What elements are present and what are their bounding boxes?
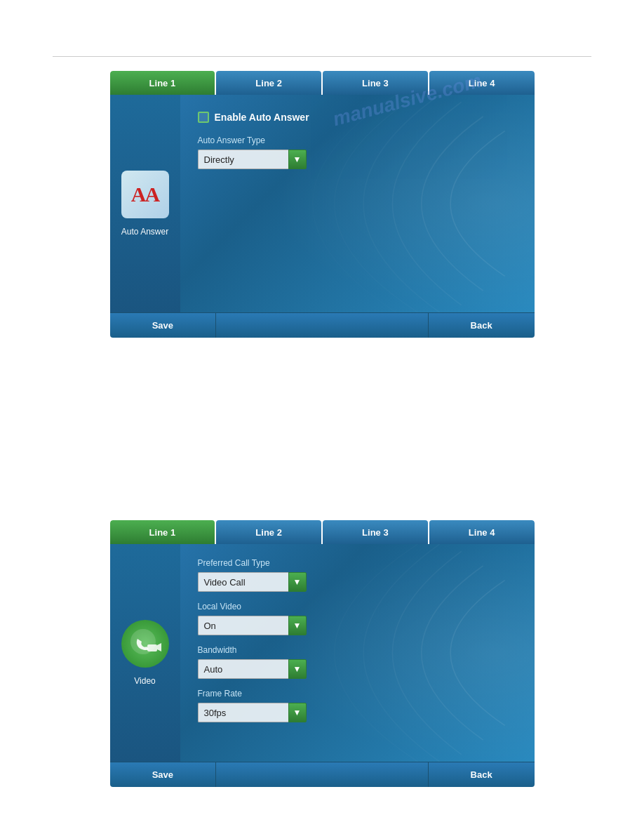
bandwidth-label: Bandwidth [198,645,517,655]
chevron-down-icon-3: ▼ [293,621,302,630]
preferred-call-type-arrow-btn[interactable]: ▼ [288,572,307,592]
preferred-call-type-value[interactable]: Video Call [198,572,288,592]
tab-line2-panel1[interactable]: Line 2 [216,71,321,95]
preferred-call-type-dropdown: Video Call ▼ [198,572,307,592]
sidebar-auto-answer: AA Auto Answer [110,95,180,312]
frame-rate-arrow-btn[interactable]: ▼ [288,703,307,722]
auto-answer-type-label: Auto Answer Type [198,135,517,145]
save-button-1[interactable]: Save [110,313,217,338]
auto-answer-type-value[interactable]: Directly [198,150,288,169]
local-video-dropdown: On ▼ [198,616,307,635]
panel-auto-answer: Line 1 Line 2 Line 3 Line 4 AA Auto Answ… [110,71,535,338]
panel-body-1: AA Auto Answer Enable Auto Answer Auto A… [110,95,535,312]
auto-answer-icon-box: AA [121,171,169,218]
tab-line3-panel2[interactable]: Line 3 [323,520,428,544]
auto-answer-type-arrow-btn[interactable]: ▼ [288,150,307,169]
svg-rect-1 [147,644,157,651]
local-video-arrow-btn[interactable]: ▼ [288,616,307,635]
local-video-group: Local Video On ▼ [198,602,517,635]
chevron-down-icon-2: ▼ [293,577,302,587]
frame-rate-group: Frame Rate 30fps ▼ [198,689,517,722]
aa-icon: AA [131,183,159,206]
save-button-2[interactable]: Save [110,762,217,787]
enable-auto-answer-row: Enable Auto Answer [198,112,517,123]
tab-line4-panel1[interactable]: Line 4 [429,71,535,95]
enable-auto-answer-checkbox[interactable] [198,112,209,123]
sidebar-label-auto-answer: Auto Answer [121,227,168,237]
tab-line4-panel2[interactable]: Line 4 [429,520,535,544]
tab-row-1: Line 1 Line 2 Line 3 Line 4 [110,71,535,95]
frame-rate-dropdown: 30fps ▼ [198,703,307,722]
tab-line2-panel2[interactable]: Line 2 [216,520,321,544]
tab-line1-panel1[interactable]: Line 1 [110,71,215,95]
local-video-label: Local Video [198,602,517,611]
content-area-2: Preferred Call Type Video Call ▼ Local V… [180,544,535,762]
back-button-1[interactable]: Back [429,313,535,338]
enable-auto-answer-label: Enable Auto Answer [215,112,309,123]
auto-answer-type-group: Auto Answer Type Directly ▼ [198,135,517,169]
footer-spacer-2 [216,762,429,787]
preferred-call-type-group: Preferred Call Type Video Call ▼ [198,558,517,592]
auto-answer-type-dropdown: Directly ▼ [198,150,307,169]
svg-marker-2 [157,643,161,651]
chevron-down-icon-4: ▼ [293,664,302,674]
video-icon-box [121,620,169,668]
back-button-2[interactable]: Back [429,762,535,787]
panel-footer-2: Save Back [110,762,535,787]
frame-rate-label: Frame Rate [198,689,517,699]
content-area-1: Enable Auto Answer Auto Answer Type Dire… [180,95,535,312]
panel-video: Line 1 Line 2 Line 3 Line 4 [110,520,535,787]
tab-line3-panel1[interactable]: Line 3 [323,71,428,95]
frame-rate-value[interactable]: 30fps [198,703,288,722]
top-divider [53,56,591,57]
bandwidth-dropdown: Auto ▼ [198,659,307,679]
tab-row-2: Line 1 Line 2 Line 3 Line 4 [110,520,535,544]
chevron-down-icon-5: ▼ [293,708,302,717]
bandwidth-value[interactable]: Auto [198,659,288,679]
panel-body-2: Video Preferred Call Type Video Call ▼ L… [110,544,535,762]
sidebar-video: Video [110,544,180,762]
panel-footer-1: Save Back [110,312,535,338]
bandwidth-group: Bandwidth Auto ▼ [198,645,517,679]
local-video-value[interactable]: On [198,616,288,635]
chevron-down-icon: ▼ [293,154,302,164]
video-icon [128,626,163,661]
preferred-call-type-label: Preferred Call Type [198,558,517,568]
bandwidth-arrow-btn[interactable]: ▼ [288,659,307,679]
tab-line1-panel2[interactable]: Line 1 [110,520,215,544]
footer-spacer-1 [216,313,429,338]
sidebar-label-video: Video [134,676,155,686]
